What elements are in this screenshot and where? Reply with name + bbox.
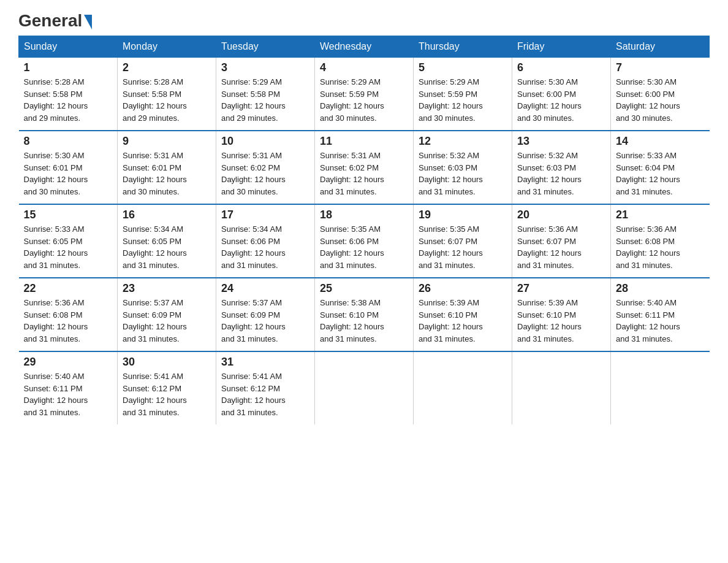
day-number: 23 [123,282,211,295]
day-number: 3 [221,61,309,74]
calendar-cell: 15 Sunrise: 5:33 AMSunset: 6:05 PMDaylig… [19,204,118,278]
day-info: Sunrise: 5:34 AMSunset: 6:06 PMDaylight:… [221,224,286,270]
day-number: 15 [24,209,113,221]
day-number: 4 [320,61,408,74]
day-number: 25 [320,282,408,295]
day-number: 27 [517,282,605,295]
logo-triangle-icon [84,15,92,29]
day-number: 21 [616,209,705,221]
day-info: Sunrise: 5:38 AMSunset: 6:10 PMDaylight:… [320,298,384,343]
day-number: 29 [24,356,113,369]
day-info: Sunrise: 5:28 AMSunset: 5:58 PMDaylight:… [123,77,187,123]
calendar-cell: 20 Sunrise: 5:36 AMSunset: 6:07 PMDaylig… [512,204,611,278]
day-info: Sunrise: 5:36 AMSunset: 6:07 PMDaylight:… [517,224,582,270]
logo: General [18,12,93,25]
day-number: 24 [221,282,309,295]
day-info: Sunrise: 5:33 AMSunset: 6:05 PMDaylight:… [24,224,88,270]
day-number: 2 [123,61,211,74]
calendar-cell [512,351,611,424]
calendar-week-row: 8 Sunrise: 5:30 AMSunset: 6:01 PMDayligh… [19,131,710,204]
day-info: Sunrise: 5:33 AMSunset: 6:04 PMDaylight:… [616,151,680,196]
calendar-cell: 16 Sunrise: 5:34 AMSunset: 6:05 PMDaylig… [118,204,216,278]
day-info: Sunrise: 5:37 AMSunset: 6:09 PMDaylight:… [123,298,187,343]
calendar-table: SundayMondayTuesdayWednesdayThursdayFrid… [18,36,710,424]
day-info: Sunrise: 5:41 AMSunset: 6:12 PMDaylight:… [221,372,286,417]
day-number: 8 [24,135,113,148]
day-info: Sunrise: 5:40 AMSunset: 6:11 PMDaylight:… [616,298,680,343]
day-info: Sunrise: 5:35 AMSunset: 6:06 PMDaylight:… [320,224,384,270]
calendar-cell: 5 Sunrise: 5:29 AMSunset: 5:59 PMDayligh… [414,58,512,131]
day-number: 16 [123,209,211,221]
day-info: Sunrise: 5:31 AMSunset: 6:02 PMDaylight:… [221,151,286,196]
calendar-cell [315,351,414,424]
calendar-cell: 7 Sunrise: 5:30 AMSunset: 6:00 PMDayligh… [611,58,710,131]
weekday-header-row: SundayMondayTuesdayWednesdayThursdayFrid… [19,36,710,58]
day-number: 26 [419,282,507,295]
day-info: Sunrise: 5:29 AMSunset: 5:59 PMDaylight:… [419,77,483,123]
weekday-header-tuesday: Tuesday [216,36,315,58]
day-info: Sunrise: 5:32 AMSunset: 6:03 PMDaylight:… [517,151,582,196]
calendar-cell: 26 Sunrise: 5:39 AMSunset: 6:10 PMDaylig… [414,278,512,351]
day-number: 1 [24,61,113,74]
calendar-week-row: 15 Sunrise: 5:33 AMSunset: 6:05 PMDaylig… [19,204,710,278]
calendar-cell: 30 Sunrise: 5:41 AMSunset: 6:12 PMDaylig… [118,351,216,424]
calendar-cell: 19 Sunrise: 5:35 AMSunset: 6:07 PMDaylig… [414,204,512,278]
calendar-cell: 10 Sunrise: 5:31 AMSunset: 6:02 PMDaylig… [216,131,315,204]
day-number: 14 [616,135,705,148]
day-number: 10 [221,135,309,148]
weekday-header-friday: Friday [512,36,611,58]
day-number: 28 [616,282,705,295]
day-info: Sunrise: 5:34 AMSunset: 6:05 PMDaylight:… [123,224,187,270]
day-info: Sunrise: 5:30 AMSunset: 6:01 PMDaylight:… [24,151,88,196]
calendar-cell: 27 Sunrise: 5:39 AMSunset: 6:10 PMDaylig… [512,278,611,351]
calendar-cell: 29 Sunrise: 5:40 AMSunset: 6:11 PMDaylig… [19,351,118,424]
day-info: Sunrise: 5:36 AMSunset: 6:08 PMDaylight:… [24,298,88,343]
calendar-cell: 4 Sunrise: 5:29 AMSunset: 5:59 PMDayligh… [315,58,414,131]
calendar-cell: 28 Sunrise: 5:40 AMSunset: 6:11 PMDaylig… [611,278,710,351]
day-number: 30 [123,356,211,369]
day-info: Sunrise: 5:30 AMSunset: 6:00 PMDaylight:… [517,77,582,123]
day-number: 20 [517,209,605,221]
day-number: 6 [517,61,605,74]
day-info: Sunrise: 5:29 AMSunset: 5:58 PMDaylight:… [221,77,286,123]
day-number: 22 [24,282,113,295]
day-info: Sunrise: 5:39 AMSunset: 6:10 PMDaylight:… [517,298,582,343]
calendar-cell: 1 Sunrise: 5:28 AMSunset: 5:58 PMDayligh… [19,58,118,131]
day-number: 5 [419,61,507,74]
day-info: Sunrise: 5:35 AMSunset: 6:07 PMDaylight:… [419,224,483,270]
day-number: 12 [419,135,507,148]
day-info: Sunrise: 5:29 AMSunset: 5:59 PMDaylight:… [320,77,384,123]
page-header: General [18,12,710,25]
calendar-cell: 12 Sunrise: 5:32 AMSunset: 6:03 PMDaylig… [414,131,512,204]
day-info: Sunrise: 5:41 AMSunset: 6:12 PMDaylight:… [123,372,187,417]
day-info: Sunrise: 5:30 AMSunset: 6:00 PMDaylight:… [616,77,680,123]
day-number: 31 [221,356,309,369]
calendar-cell: 18 Sunrise: 5:35 AMSunset: 6:06 PMDaylig… [315,204,414,278]
weekday-header-sunday: Sunday [19,36,118,58]
calendar-week-row: 1 Sunrise: 5:28 AMSunset: 5:58 PMDayligh… [19,58,710,131]
day-info: Sunrise: 5:31 AMSunset: 6:01 PMDaylight:… [123,151,187,196]
calendar-cell: 8 Sunrise: 5:30 AMSunset: 6:01 PMDayligh… [19,131,118,204]
calendar-cell: 22 Sunrise: 5:36 AMSunset: 6:08 PMDaylig… [19,278,118,351]
calendar-cell [611,351,710,424]
calendar-week-row: 29 Sunrise: 5:40 AMSunset: 6:11 PMDaylig… [19,351,710,424]
calendar-cell: 23 Sunrise: 5:37 AMSunset: 6:09 PMDaylig… [118,278,216,351]
calendar-cell: 17 Sunrise: 5:34 AMSunset: 6:06 PMDaylig… [216,204,315,278]
calendar-cell: 2 Sunrise: 5:28 AMSunset: 5:58 PMDayligh… [118,58,216,131]
day-info: Sunrise: 5:39 AMSunset: 6:10 PMDaylight:… [419,298,483,343]
day-info: Sunrise: 5:40 AMSunset: 6:11 PMDaylight:… [24,372,88,417]
calendar-cell: 24 Sunrise: 5:37 AMSunset: 6:09 PMDaylig… [216,278,315,351]
logo-general-text: General [18,12,82,29]
calendar-cell: 14 Sunrise: 5:33 AMSunset: 6:04 PMDaylig… [611,131,710,204]
day-info: Sunrise: 5:31 AMSunset: 6:02 PMDaylight:… [320,151,384,196]
calendar-cell: 11 Sunrise: 5:31 AMSunset: 6:02 PMDaylig… [315,131,414,204]
weekday-header-monday: Monday [118,36,216,58]
day-number: 19 [419,209,507,221]
calendar-cell: 13 Sunrise: 5:32 AMSunset: 6:03 PMDaylig… [512,131,611,204]
calendar-cell: 25 Sunrise: 5:38 AMSunset: 6:10 PMDaylig… [315,278,414,351]
calendar-cell: 9 Sunrise: 5:31 AMSunset: 6:01 PMDayligh… [118,131,216,204]
calendar-cell: 31 Sunrise: 5:41 AMSunset: 6:12 PMDaylig… [216,351,315,424]
day-info: Sunrise: 5:37 AMSunset: 6:09 PMDaylight:… [221,298,286,343]
day-info: Sunrise: 5:28 AMSunset: 5:58 PMDaylight:… [24,77,88,123]
day-number: 11 [320,135,408,148]
